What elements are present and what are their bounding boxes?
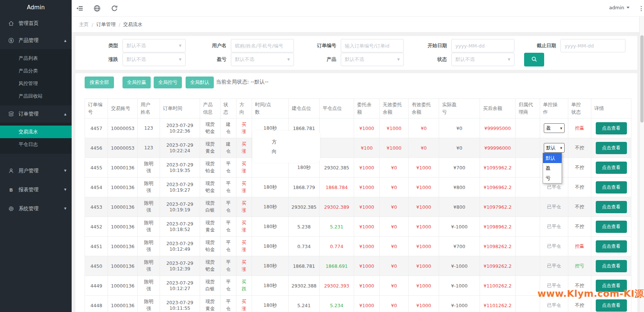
filter-field-order-no — [341, 39, 404, 52]
cell-after-buy-balance: ¥99996000 — [480, 138, 516, 158]
cell-order-time: 2023-07-29 10:19:35 — [160, 158, 200, 178]
dropdown-option-默认[interactable]: 默认 — [543, 153, 562, 163]
cell-valid-entrust-balance: ¥1000 — [409, 197, 439, 217]
cell-order-id: 4456 — [85, 138, 108, 158]
detail-view-button[interactable]: 点击查看 — [596, 142, 627, 154]
filter-input-username[interactable] — [231, 39, 294, 52]
detail-view-button[interactable]: 点击查看 — [596, 299, 627, 312]
vertical-scrollbar-thumb[interactable] — [640, 35, 644, 123]
cell-agent — [516, 217, 540, 237]
user-menu[interactable]: admin — [609, 5, 630, 10]
cell-invalid-entrust-balance: ¥0 — [380, 197, 409, 217]
detail-view-button[interactable]: 点击查看 — [596, 201, 627, 213]
cell-order-time: 2023-07-29 10:12:49 — [160, 237, 200, 256]
cell-time-points: 180秒 — [252, 237, 289, 256]
cell-actual-profit: ¥-1000 — [439, 296, 480, 312]
cell-product-info: 现货白银 — [200, 197, 220, 217]
sidebar-item-label: 管理首页 — [19, 20, 66, 27]
refresh-icon[interactable] — [111, 5, 118, 12]
sidebar-item-system[interactable]: 系统管理▼ — [0, 199, 72, 218]
filter-select-rise-fall[interactable]: 默认不选▼ — [122, 53, 186, 66]
filter-select-type[interactable]: 默认不选▼ — [122, 39, 186, 52]
breadcrumb-item-1[interactable]: 订单管理 — [96, 21, 115, 28]
cell-agent — [516, 276, 540, 296]
filter-input-start-date[interactable] — [452, 39, 514, 52]
detail-view-button[interactable]: 点击查看 — [596, 221, 627, 233]
more-options-icon[interactable] — [638, 4, 644, 13]
table-header-row: 订单编号交易账号用户姓名订单时间产品信息状态方向时间/点数建仓点位平仓点位委托余… — [85, 99, 631, 118]
cell-agent — [516, 197, 540, 217]
cell-order-time: 2023-07-29 10:12:27 — [160, 276, 200, 296]
sidebar-subitem-close-log[interactable]: 平仓日志 — [0, 138, 72, 151]
control-op-select[interactable]: 默认∨ — [544, 143, 565, 153]
breadcrumb-separator: / — [92, 22, 93, 27]
sidebar-subitem-risk-control[interactable]: 风控管理 — [0, 77, 72, 90]
cell-invalid-entrust-balance: ¥0 — [380, 158, 409, 178]
sidebar-subitem-product-recycle[interactable]: 产品回收站 — [0, 90, 72, 103]
dropdown-option-盈[interactable]: 盈 — [543, 163, 562, 173]
cell-invalid-entrust-balance: ¥0 — [380, 237, 409, 256]
filter-input-order-no[interactable] — [341, 39, 403, 52]
header-after-buy-balance: 买后余额 — [480, 99, 516, 118]
filter-select-profit-loss[interactable]: 默认不选▼ — [231, 53, 294, 66]
global-default-button[interactable]: 全局默认 — [186, 77, 214, 88]
cell-invalid-entrust-balance: ¥1000 — [380, 118, 409, 138]
search-button[interactable] — [524, 53, 544, 66]
cell-user-name: 陈明强 — [138, 237, 160, 256]
detail-view-button[interactable]: 点击查看 — [596, 162, 627, 174]
header-direction: 方向 — [236, 99, 252, 118]
breadcrumb-item-0[interactable]: 主页 — [79, 21, 89, 28]
cell-order-id: 4457 — [85, 118, 108, 138]
filter-select-status[interactable]: 默认不选▼ — [451, 53, 514, 66]
control-op-select[interactable]: 盈∨ — [544, 123, 565, 133]
dropdown-option-亏[interactable]: 亏 — [543, 173, 562, 183]
header-time-points: 时间/点数 — [252, 99, 289, 118]
cell-direction: 买涨 — [236, 237, 252, 256]
cell-status: 平仓 — [220, 296, 236, 312]
filter-input-end-date[interactable] — [561, 39, 625, 52]
detail-view-button[interactable]: 点击查看 — [596, 260, 627, 272]
global-loss-button[interactable]: 全局控亏 — [154, 77, 182, 88]
dollar-icon: $ — [8, 38, 14, 43]
topbar: admin — [72, 0, 644, 17]
language-globe-icon[interactable] — [94, 5, 101, 12]
select-value: 默认不选 — [455, 56, 475, 63]
cell-status: 平仓 — [220, 276, 236, 296]
sidebar-item-users[interactable]: 用户管理▼ — [0, 161, 72, 180]
breadcrumb-separator: / — [118, 22, 120, 27]
sidebar-subitem-product-list[interactable]: 产品列表 — [0, 52, 72, 65]
global-win-button[interactable]: 全局控赢 — [122, 77, 151, 88]
chevron-up-icon: ▲ — [64, 39, 66, 42]
select-value: 默认不选 — [235, 56, 254, 63]
filter-select-product[interactable]: 默认不选▼ — [341, 53, 404, 66]
cell-open-point: 5.241 — [289, 296, 320, 312]
cell-control-status: 控亏 — [568, 256, 591, 276]
search-all-button[interactable]: 搜索全部 — [85, 77, 114, 88]
sidebar-subitem-trade-flow[interactable]: 交易流水 — [0, 126, 72, 138]
sidebar-item-reports[interactable]: B报表管理▼ — [0, 180, 72, 199]
sidebar-subitem-product-category[interactable]: 产品分类 — [0, 65, 72, 77]
sidebar-fold-icon[interactable] — [76, 5, 84, 12]
vertical-scrollbar-track[interactable] — [639, 17, 644, 312]
sidebar-item-home[interactable]: 管理首页 — [0, 15, 72, 32]
breadcrumb: 主页/订单管理/交易流水 — [72, 17, 644, 33]
cell-status: 平仓 — [220, 256, 236, 276]
detail-view-button[interactable]: 点击查看 — [596, 122, 627, 134]
cell-order-id: 4450 — [85, 256, 108, 276]
header-open-point: 建仓点位 — [289, 99, 320, 118]
select-value: 默认不选 — [127, 56, 146, 63]
detail-view-button[interactable]: 点击查看 — [596, 181, 627, 194]
cell-control-status: 不控 — [568, 178, 591, 197]
chevron-down-icon: ▼ — [64, 188, 66, 191]
chevron-down-icon: ▼ — [64, 207, 66, 210]
sidebar-item-products[interactable]: $产品管理▲ — [0, 32, 72, 49]
detail-view-button[interactable]: 点击查看 — [596, 240, 627, 253]
table-row: 445310000136陈明强2023-07-29 10:19:19现货白银平仓… — [85, 197, 631, 217]
cell-status: 平仓 — [220, 217, 236, 237]
cell-entrust-balance: ¥1000 — [354, 217, 380, 237]
sidebar-item-orders[interactable]: 订单管理▲ — [0, 105, 72, 123]
select-value: 默认不选 — [345, 56, 364, 63]
user-icon — [8, 168, 14, 174]
cell-control-status: 不控 — [568, 197, 591, 217]
chevron-down-icon: ∨ — [560, 146, 562, 150]
